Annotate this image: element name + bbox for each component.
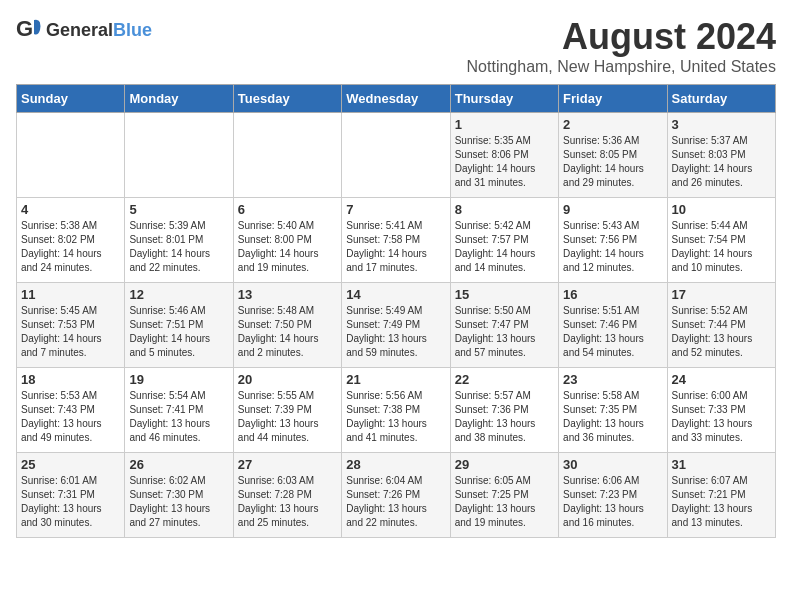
day-info: Sunrise: 6:00 AM Sunset: 7:33 PM Dayligh… [672, 389, 771, 445]
location-title: Nottingham, New Hampshire, United States [467, 58, 776, 76]
calendar-cell [342, 113, 450, 198]
day-number: 30 [563, 457, 662, 472]
calendar-cell: 7Sunrise: 5:41 AM Sunset: 7:58 PM Daylig… [342, 198, 450, 283]
calendar-cell [17, 113, 125, 198]
calendar-cell: 5Sunrise: 5:39 AM Sunset: 8:01 PM Daylig… [125, 198, 233, 283]
weekday-row: SundayMondayTuesdayWednesdayThursdayFrid… [17, 85, 776, 113]
calendar-cell: 6Sunrise: 5:40 AM Sunset: 8:00 PM Daylig… [233, 198, 341, 283]
day-info: Sunrise: 5:35 AM Sunset: 8:06 PM Dayligh… [455, 134, 554, 190]
day-info: Sunrise: 6:01 AM Sunset: 7:31 PM Dayligh… [21, 474, 120, 530]
calendar-cell: 30Sunrise: 6:06 AM Sunset: 7:23 PM Dayli… [559, 453, 667, 538]
calendar-cell: 22Sunrise: 5:57 AM Sunset: 7:36 PM Dayli… [450, 368, 558, 453]
day-number: 9 [563, 202, 662, 217]
day-number: 8 [455, 202, 554, 217]
day-info: Sunrise: 5:46 AM Sunset: 7:51 PM Dayligh… [129, 304, 228, 360]
day-info: Sunrise: 5:44 AM Sunset: 7:54 PM Dayligh… [672, 219, 771, 275]
calendar-cell: 14Sunrise: 5:49 AM Sunset: 7:49 PM Dayli… [342, 283, 450, 368]
day-info: Sunrise: 5:37 AM Sunset: 8:03 PM Dayligh… [672, 134, 771, 190]
day-info: Sunrise: 6:05 AM Sunset: 7:25 PM Dayligh… [455, 474, 554, 530]
svg-text:G: G [16, 16, 33, 41]
day-number: 28 [346, 457, 445, 472]
calendar-week-3: 11Sunrise: 5:45 AM Sunset: 7:53 PM Dayli… [17, 283, 776, 368]
calendar-cell: 2Sunrise: 5:36 AM Sunset: 8:05 PM Daylig… [559, 113, 667, 198]
calendar-cell: 31Sunrise: 6:07 AM Sunset: 7:21 PM Dayli… [667, 453, 775, 538]
day-number: 22 [455, 372, 554, 387]
day-info: Sunrise: 5:36 AM Sunset: 8:05 PM Dayligh… [563, 134, 662, 190]
calendar-week-5: 25Sunrise: 6:01 AM Sunset: 7:31 PM Dayli… [17, 453, 776, 538]
calendar-cell [125, 113, 233, 198]
day-number: 17 [672, 287, 771, 302]
day-info: Sunrise: 5:40 AM Sunset: 8:00 PM Dayligh… [238, 219, 337, 275]
day-info: Sunrise: 6:02 AM Sunset: 7:30 PM Dayligh… [129, 474, 228, 530]
day-number: 4 [21, 202, 120, 217]
calendar-cell: 8Sunrise: 5:42 AM Sunset: 7:57 PM Daylig… [450, 198, 558, 283]
day-info: Sunrise: 5:49 AM Sunset: 7:49 PM Dayligh… [346, 304, 445, 360]
day-number: 11 [21, 287, 120, 302]
calendar-cell: 12Sunrise: 5:46 AM Sunset: 7:51 PM Dayli… [125, 283, 233, 368]
page-header: G GeneralBlue August 2024 Nottingham, Ne… [16, 16, 776, 76]
calendar-cell: 15Sunrise: 5:50 AM Sunset: 7:47 PM Dayli… [450, 283, 558, 368]
calendar-cell: 11Sunrise: 5:45 AM Sunset: 7:53 PM Dayli… [17, 283, 125, 368]
day-number: 5 [129, 202, 228, 217]
logo-general: General [46, 20, 113, 40]
calendar-week-4: 18Sunrise: 5:53 AM Sunset: 7:43 PM Dayli… [17, 368, 776, 453]
calendar-cell: 1Sunrise: 5:35 AM Sunset: 8:06 PM Daylig… [450, 113, 558, 198]
day-info: Sunrise: 6:03 AM Sunset: 7:28 PM Dayligh… [238, 474, 337, 530]
logo-icon: G [16, 16, 44, 44]
day-number: 16 [563, 287, 662, 302]
calendar-cell: 24Sunrise: 6:00 AM Sunset: 7:33 PM Dayli… [667, 368, 775, 453]
day-info: Sunrise: 5:42 AM Sunset: 7:57 PM Dayligh… [455, 219, 554, 275]
month-title: August 2024 [467, 16, 776, 58]
day-number: 7 [346, 202, 445, 217]
day-info: Sunrise: 5:53 AM Sunset: 7:43 PM Dayligh… [21, 389, 120, 445]
calendar-cell: 9Sunrise: 5:43 AM Sunset: 7:56 PM Daylig… [559, 198, 667, 283]
title-area: August 2024 Nottingham, New Hampshire, U… [467, 16, 776, 76]
calendar-cell: 28Sunrise: 6:04 AM Sunset: 7:26 PM Dayli… [342, 453, 450, 538]
logo: G GeneralBlue [16, 16, 152, 44]
day-number: 26 [129, 457, 228, 472]
calendar-header: SundayMondayTuesdayWednesdayThursdayFrid… [17, 85, 776, 113]
day-info: Sunrise: 6:06 AM Sunset: 7:23 PM Dayligh… [563, 474, 662, 530]
calendar-cell: 26Sunrise: 6:02 AM Sunset: 7:30 PM Dayli… [125, 453, 233, 538]
day-info: Sunrise: 5:50 AM Sunset: 7:47 PM Dayligh… [455, 304, 554, 360]
day-number: 23 [563, 372, 662, 387]
calendar-cell: 29Sunrise: 6:05 AM Sunset: 7:25 PM Dayli… [450, 453, 558, 538]
day-info: Sunrise: 5:52 AM Sunset: 7:44 PM Dayligh… [672, 304, 771, 360]
day-number: 15 [455, 287, 554, 302]
weekday-header-thursday: Thursday [450, 85, 558, 113]
day-info: Sunrise: 5:51 AM Sunset: 7:46 PM Dayligh… [563, 304, 662, 360]
day-info: Sunrise: 5:45 AM Sunset: 7:53 PM Dayligh… [21, 304, 120, 360]
calendar-cell: 23Sunrise: 5:58 AM Sunset: 7:35 PM Dayli… [559, 368, 667, 453]
calendar-cell: 19Sunrise: 5:54 AM Sunset: 7:41 PM Dayli… [125, 368, 233, 453]
logo-blue: Blue [113, 20, 152, 40]
calendar-cell: 27Sunrise: 6:03 AM Sunset: 7:28 PM Dayli… [233, 453, 341, 538]
day-number: 20 [238, 372, 337, 387]
day-number: 10 [672, 202, 771, 217]
day-number: 24 [672, 372, 771, 387]
day-number: 27 [238, 457, 337, 472]
weekday-header-monday: Monday [125, 85, 233, 113]
weekday-header-friday: Friday [559, 85, 667, 113]
day-number: 2 [563, 117, 662, 132]
day-number: 29 [455, 457, 554, 472]
day-info: Sunrise: 5:41 AM Sunset: 7:58 PM Dayligh… [346, 219, 445, 275]
calendar-cell: 4Sunrise: 5:38 AM Sunset: 8:02 PM Daylig… [17, 198, 125, 283]
day-number: 12 [129, 287, 228, 302]
day-number: 6 [238, 202, 337, 217]
calendar-cell: 10Sunrise: 5:44 AM Sunset: 7:54 PM Dayli… [667, 198, 775, 283]
day-number: 14 [346, 287, 445, 302]
day-number: 1 [455, 117, 554, 132]
calendar-cell: 20Sunrise: 5:55 AM Sunset: 7:39 PM Dayli… [233, 368, 341, 453]
day-number: 31 [672, 457, 771, 472]
calendar-week-1: 1Sunrise: 5:35 AM Sunset: 8:06 PM Daylig… [17, 113, 776, 198]
weekday-header-sunday: Sunday [17, 85, 125, 113]
day-info: Sunrise: 5:48 AM Sunset: 7:50 PM Dayligh… [238, 304, 337, 360]
calendar-cell: 17Sunrise: 5:52 AM Sunset: 7:44 PM Dayli… [667, 283, 775, 368]
day-number: 13 [238, 287, 337, 302]
calendar-cell: 16Sunrise: 5:51 AM Sunset: 7:46 PM Dayli… [559, 283, 667, 368]
day-number: 3 [672, 117, 771, 132]
day-info: Sunrise: 5:38 AM Sunset: 8:02 PM Dayligh… [21, 219, 120, 275]
weekday-header-wednesday: Wednesday [342, 85, 450, 113]
calendar-cell: 3Sunrise: 5:37 AM Sunset: 8:03 PM Daylig… [667, 113, 775, 198]
day-number: 18 [21, 372, 120, 387]
